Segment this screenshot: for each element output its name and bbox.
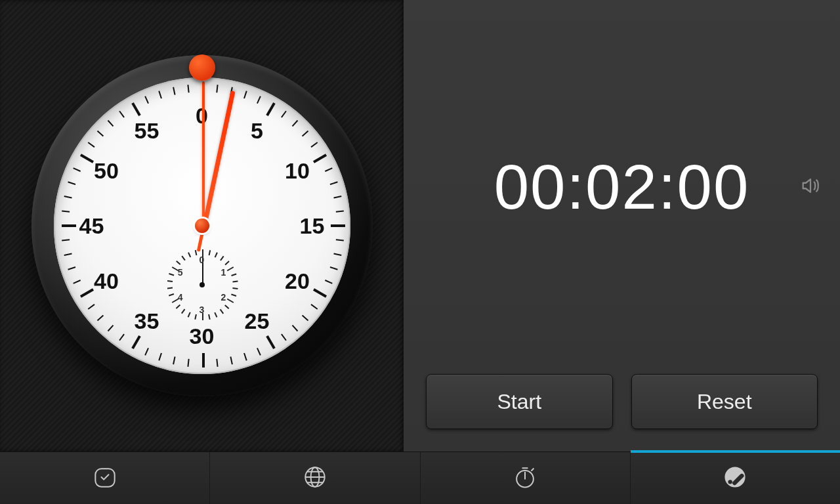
- dial-numeral: 50: [94, 158, 119, 184]
- tab-stopwatch[interactable]: [421, 452, 631, 504]
- timer-display-area: 00:02:00: [404, 0, 840, 374]
- tab-bar: [0, 452, 840, 504]
- sub-dial-numeral: 1: [221, 267, 226, 278]
- stopwatch-icon: [511, 463, 539, 494]
- globe-icon: [301, 463, 329, 494]
- timer-display[interactable]: 00:02:00: [494, 151, 750, 223]
- sub-dial-numeral: 2: [221, 292, 226, 303]
- dial-numeral: 5: [251, 117, 263, 143]
- alarm-clock-icon: [91, 463, 119, 494]
- sub-dial-numeral: 4: [178, 292, 183, 303]
- dial-numeral: 25: [245, 308, 270, 334]
- second-hand: [202, 81, 205, 226]
- sub-dial: 012345: [163, 245, 242, 324]
- sub-dial-numeral: 0: [200, 255, 205, 265]
- tab-world-clock[interactable]: [210, 452, 420, 504]
- tab-timer[interactable]: [631, 452, 840, 504]
- start-button-label: Start: [497, 390, 541, 414]
- timer-panel: 00:02:00 Start Reset: [404, 0, 840, 452]
- sub-dial-numeral: 3: [200, 304, 205, 315]
- tab-alarm[interactable]: [0, 452, 210, 504]
- svg-point-6: [728, 480, 732, 484]
- sub-dial-numeral: 5: [178, 267, 183, 278]
- dial-numeral: 55: [135, 117, 159, 143]
- start-button[interactable]: Start: [426, 374, 613, 429]
- dial-numeral: 20: [285, 268, 310, 294]
- dial-numeral: 40: [94, 268, 119, 294]
- stopwatch-panel: // placeholder so structure is readable;…: [0, 0, 404, 452]
- sound-icon[interactable]: [799, 175, 822, 200]
- dial-numeral: 30: [190, 324, 215, 349]
- dial-numeral: 45: [79, 213, 104, 239]
- dial-numeral: 10: [285, 158, 310, 184]
- dial-numeral: 35: [135, 308, 159, 334]
- reset-button[interactable]: Reset: [631, 374, 818, 429]
- timer-wand-icon: [721, 463, 749, 494]
- reset-button-label: Reset: [697, 390, 752, 414]
- timer-buttons: Start Reset: [404, 374, 840, 452]
- stopwatch-dial[interactable]: // placeholder so structure is readable;…: [32, 55, 373, 396]
- main-area: // placeholder so structure is readable;…: [0, 0, 840, 452]
- dial-crown[interactable]: [189, 54, 215, 81]
- dial-numeral: 15: [300, 213, 325, 239]
- dial-pivot: [195, 219, 209, 233]
